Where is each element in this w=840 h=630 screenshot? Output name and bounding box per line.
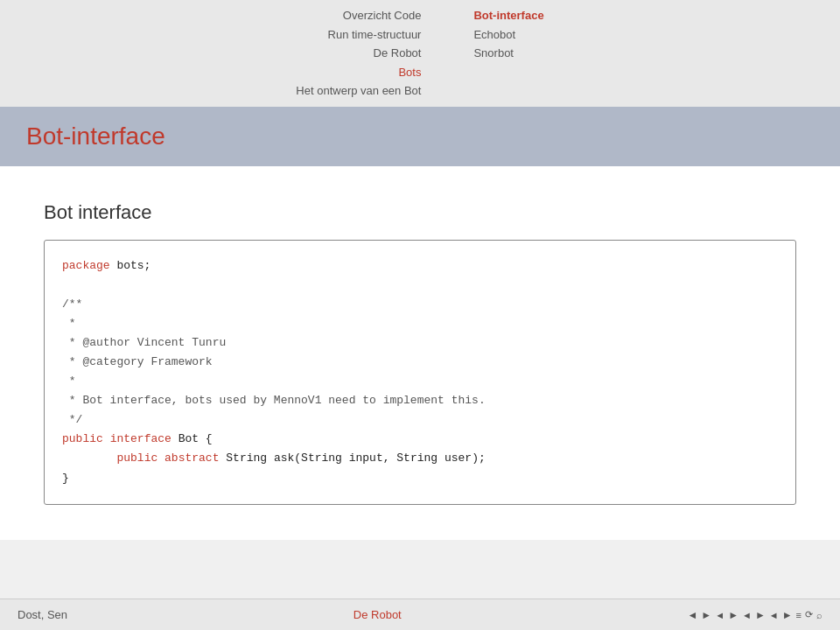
nav-right-column: Bot-interface Echobot Snorbot (473, 7, 543, 62)
nav-item-bots[interactable]: Bots (398, 64, 421, 81)
code-closing-brace: } (62, 472, 69, 485)
nav-icon-separator2: ◄ (742, 610, 752, 620)
bottom-center-text: De Robot (354, 608, 402, 621)
code-keyword-public: public (62, 432, 103, 445)
nav-icon-search[interactable]: ⟳ (805, 609, 813, 620)
nav-left-column: Overzicht Code Run time-structuur De Rob… (296, 7, 421, 100)
code-keyword-public2: public (116, 452, 158, 465)
nav-item-overzicht[interactable]: Overzicht Code (343, 7, 422, 24)
nav-arrow-left1[interactable]: ◄ (687, 609, 697, 621)
nav-item-echobot[interactable]: Echobot (473, 26, 515, 44)
nav-arrow-right3[interactable]: ► (755, 609, 766, 621)
bottom-left-text: Dost, Sen (18, 608, 67, 621)
nav-icon-separator3: ◄ (769, 610, 779, 620)
bottom-bar: Dost, Sen De Robot ◄ ► ◄ ► ◄ ► ◄ ► ≡ ⟳ ⌕ (0, 598, 840, 630)
nav-icon-menu[interactable]: ≡ (796, 610, 802, 620)
nav-icon-separator1: ◄ (715, 610, 724, 620)
nav-item-derobot[interactable]: De Robot (374, 45, 422, 62)
nav-arrow-right4[interactable]: ► (782, 609, 793, 621)
nav-icons: ◄ ► ◄ ► ◄ ► ◄ ► ≡ ⟳ ⌕ (687, 609, 822, 621)
code-keyword-package: package (62, 259, 110, 272)
code-keyword-interface: interface (110, 432, 172, 445)
main-content: Bot interface package bots; /** * * @aut… (0, 166, 840, 540)
slide-title: Bot interface (44, 201, 796, 224)
nav-item-botinterface[interactable]: Bot-interface (473, 7, 543, 24)
code-comment-block: /** * * @author Vincent Tunru * @categor… (62, 298, 486, 427)
nav-icon-zoom[interactable]: ⌕ (816, 610, 822, 620)
nav-arrow-right2[interactable]: ► (728, 609, 738, 621)
title-bar: Bot-interface (0, 107, 840, 166)
nav-item-ontwerp[interactable]: Het ontwerp van een Bot (296, 82, 421, 100)
nav-item-snorbot[interactable]: Snorbot (473, 45, 514, 62)
code-block: package bots; /** * * @author Vincent Tu… (44, 240, 796, 505)
code-classname: Bot { (178, 432, 213, 445)
code-method: String ask(String input, String user); (226, 452, 485, 465)
page-title: Bot-interface (26, 122, 165, 150)
nav-arrow-right1[interactable]: ► (701, 609, 711, 621)
code-text-bots: bots; (110, 259, 151, 272)
nav-item-runtime[interactable]: Run time-structuur (328, 26, 422, 44)
code-keyword-abstract: abstract (164, 452, 219, 465)
bottom-right-nav: ◄ ► ◄ ► ◄ ► ◄ ► ≡ ⟳ ⌕ (687, 609, 822, 621)
top-navigation: Overzicht Code Run time-structuur De Rob… (0, 0, 840, 107)
